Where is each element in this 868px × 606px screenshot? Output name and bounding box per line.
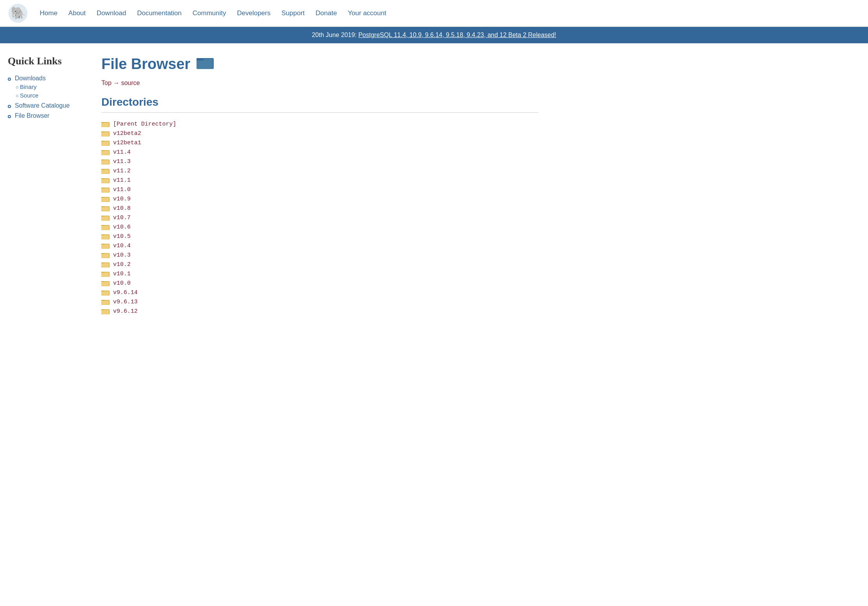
page-title: File Browser: [101, 56, 190, 73]
svg-rect-52: [102, 226, 109, 230]
folder-icon: [101, 233, 110, 240]
svg-rect-88: [102, 310, 109, 314]
svg-rect-12: [102, 132, 109, 136]
folder-icon-large: [197, 55, 214, 73]
svg-rect-56: [102, 235, 109, 239]
nav-item-developers[interactable]: Developers: [232, 7, 276, 19]
nav-link-donate[interactable]: Donate: [310, 7, 342, 19]
folder-icon: [101, 149, 110, 156]
folder-icon: [101, 223, 110, 230]
folder-icon: [101, 158, 110, 165]
nav-item-support[interactable]: Support: [276, 7, 310, 19]
nav-item-account[interactable]: Your account: [342, 7, 392, 19]
announcement-link[interactable]: PostgreSQL 11.4, 10.9, 9.6.14, 9.5.18, 9…: [358, 32, 556, 38]
breadcrumb-top[interactable]: Top: [101, 80, 112, 86]
folder-icon: [101, 242, 110, 249]
dir-link-v10-4[interactable]: v10.4: [113, 243, 131, 249]
svg-rect-76: [102, 282, 109, 286]
svg-rect-20: [102, 151, 109, 155]
nav-link-home[interactable]: Home: [34, 7, 63, 19]
dir-item-v11-0: v11.0: [101, 186, 538, 193]
sidebar: Quick Links Downloads Binary Source Soft…: [8, 55, 94, 317]
nav-link-community[interactable]: Community: [187, 7, 232, 19]
dir-link-v12beta1[interactable]: v12beta1: [113, 140, 141, 146]
sidebar-sub-list-downloads: Binary Source: [8, 83, 86, 99]
page-title-container: File Browser: [101, 55, 538, 73]
nav-link-support[interactable]: Support: [276, 7, 310, 19]
sidebar-item-binary[interactable]: Binary: [16, 83, 86, 90]
nav-item-donate[interactable]: Donate: [310, 7, 342, 19]
nav-link-download[interactable]: Download: [91, 7, 132, 19]
dir-link-v10-3[interactable]: v10.3: [113, 252, 131, 259]
dir-item-parent: [Parent Directory]: [101, 120, 538, 128]
svg-rect-32: [102, 179, 109, 183]
dir-link-v9-6-13[interactable]: v9.6.13: [113, 299, 138, 305]
navbar: 🐘 Home About Download Documentation Comm…: [0, 0, 868, 27]
sidebar-title: Quick Links: [8, 55, 86, 67]
dir-item-v12beta2: v12beta2: [101, 130, 538, 137]
dir-link-v10-8[interactable]: v10.8: [113, 205, 131, 212]
dir-item-v10-3: v10.3: [101, 252, 538, 259]
dir-link-v11-1[interactable]: v11.1: [113, 177, 131, 184]
svg-rect-48: [102, 216, 109, 220]
svg-rect-68: [102, 263, 109, 267]
svg-rect-40: [102, 198, 109, 202]
dir-link-v10-6[interactable]: v10.6: [113, 224, 131, 230]
dir-link-v10-5[interactable]: v10.5: [113, 233, 131, 240]
dir-item-v10-4: v10.4: [101, 242, 538, 249]
directories-section: Directories [Parent Directory]: [101, 96, 538, 315]
breadcrumb: Top → source: [101, 80, 538, 87]
dir-link-v11-4[interactable]: v11.4: [113, 149, 131, 156]
directory-list: [Parent Directory] v12beta2: [101, 120, 538, 315]
dir-link-v11-0[interactable]: v11.0: [113, 186, 131, 193]
folder-icon: [101, 308, 110, 315]
dir-item-v10-9: v10.9: [101, 195, 538, 202]
dir-link-v11-3[interactable]: v11.3: [113, 158, 131, 165]
nav-link-about[interactable]: About: [63, 7, 91, 19]
dir-link-v10-2[interactable]: v10.2: [113, 261, 131, 268]
nav-link-documentation[interactable]: Documentation: [131, 7, 187, 19]
sidebar-item-software-catalogue: Software Catalogue: [8, 102, 86, 109]
bullet-icon: [8, 78, 11, 81]
nav-item-documentation[interactable]: Documentation: [131, 7, 187, 19]
dir-item-v11-1: v11.1: [101, 177, 538, 184]
dir-link-v11-2[interactable]: v11.2: [113, 168, 131, 174]
svg-rect-8: [102, 123, 109, 127]
announcement-bar: 20th June 2019: PostgreSQL 11.4, 10.9, 9…: [0, 27, 868, 43]
nav-link-account[interactable]: Your account: [342, 7, 392, 19]
dir-link-v10-1[interactable]: v10.1: [113, 271, 131, 277]
svg-rect-16: [102, 142, 109, 145]
dir-item-v9-6-13: v9.6.13: [101, 298, 538, 305]
announcement-text: 20th June 2019:: [312, 32, 358, 38]
dir-link-v9-6-14[interactable]: v9.6.14: [113, 289, 138, 296]
svg-rect-28: [102, 170, 109, 174]
nav-item-home[interactable]: Home: [34, 7, 63, 19]
dir-item-v11-4: v11.4: [101, 149, 538, 156]
folder-icon: [101, 167, 110, 174]
dir-link-v10-7[interactable]: v10.7: [113, 214, 131, 221]
nav-link-developers[interactable]: Developers: [232, 7, 276, 19]
sidebar-item-source[interactable]: Source: [16, 92, 86, 99]
sidebar-item-file-browser: File Browser: [8, 112, 86, 119]
nav-item-download[interactable]: Download: [91, 7, 132, 19]
bullet-icon: [8, 115, 11, 118]
dir-link-v12beta2[interactable]: v12beta2: [113, 130, 141, 137]
breadcrumb-source[interactable]: source: [121, 80, 140, 86]
dir-link-v10-0[interactable]: v10.0: [113, 280, 131, 287]
dir-link-v10-9[interactable]: v10.9: [113, 196, 131, 202]
svg-rect-24: [102, 160, 109, 164]
nav-item-community[interactable]: Community: [187, 7, 232, 19]
nav-item-about[interactable]: About: [63, 7, 91, 19]
sidebar-link-source[interactable]: Source: [20, 92, 39, 99]
svg-rect-72: [102, 273, 109, 276]
sidebar-link-binary[interactable]: Binary: [20, 83, 37, 90]
sidebar-link-downloads[interactable]: Downloads: [15, 75, 46, 82]
dir-link-v9-6-12[interactable]: v9.6.12: [113, 308, 138, 315]
sidebar-link-file-browser[interactable]: File Browser: [15, 112, 50, 119]
nav-links: Home About Download Documentation Commun…: [34, 7, 392, 19]
dir-item-v11-3: v11.3: [101, 158, 538, 165]
sidebar-link-software-catalogue[interactable]: Software Catalogue: [15, 102, 70, 109]
dir-link-parent[interactable]: [Parent Directory]: [113, 121, 176, 128]
dir-item-v12beta1: v12beta1: [101, 139, 538, 146]
folder-icon: [101, 130, 110, 137]
